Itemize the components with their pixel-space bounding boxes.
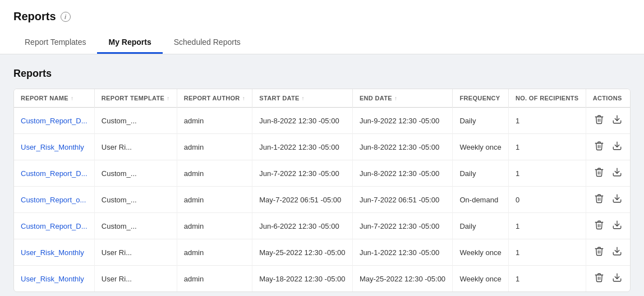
page-title: Reports (13, 10, 56, 23)
col-report-author[interactable]: REPORT AUTHOR ↑ (177, 89, 252, 108)
cell-report-author: admin (177, 213, 252, 239)
cell-start-date: May-25-2022 12:30 -05:00 (252, 239, 353, 266)
main-content: Reports REPORT NAME ↑ REPORT TEMPLATE ↑ (0, 54, 644, 296)
download-icon (612, 220, 622, 232)
report-name-link[interactable]: Custom_Report_D... (21, 169, 88, 178)
download-icon (612, 272, 622, 285)
download-button[interactable] (611, 219, 623, 233)
cell-end-date: May-25-2022 12:30 -05:00 (352, 266, 453, 292)
sort-icon-start-date: ↑ (302, 95, 305, 101)
cell-start-date: Jun-6-2022 12:30 -05:00 (252, 213, 353, 239)
cell-report-name: Custom_Report_D... (14, 213, 94, 239)
trash-icon (594, 272, 604, 285)
cell-report-template: Custom_... (94, 213, 177, 239)
table-row: Custom_Report_D... Custom_... admin Jun-… (14, 213, 630, 239)
cell-start-date: May-7-2022 06:51 -05:00 (252, 187, 353, 213)
cell-report-name: User_Risk_Monthly (14, 239, 94, 266)
download-icon (612, 141, 622, 153)
cell-start-date: Jun-8-2022 12:30 -05:00 (252, 108, 353, 134)
cell-report-template: User Ri... (94, 134, 177, 160)
cell-report-author: admin (177, 266, 252, 292)
cell-frequency: Daily (453, 160, 508, 187)
cell-start-date: May-18-2022 12:30 -05:00 (252, 266, 353, 292)
cell-end-date: Jun-9-2022 12:30 -05:00 (352, 108, 453, 134)
cell-end-date: Jun-7-2022 06:51 -05:00 (352, 187, 453, 213)
cell-frequency: Weekly once (453, 239, 508, 266)
cell-frequency: Weekly once (453, 134, 508, 160)
report-name-link[interactable]: User_Risk_Monthly (21, 248, 84, 257)
cell-frequency: Daily (453, 213, 508, 239)
delete-button[interactable] (593, 271, 605, 286)
cell-recipients: 1 (508, 213, 586, 239)
cell-recipients: 0 (508, 187, 586, 213)
cell-report-author: admin (177, 239, 252, 266)
cell-recipients: 1 (508, 108, 586, 134)
delete-button[interactable] (593, 219, 605, 233)
report-name-link[interactable]: User_Risk_Monthly (21, 143, 84, 151)
download-button[interactable] (611, 140, 623, 154)
tab-report-templates[interactable]: Report Templates (13, 32, 97, 54)
cell-end-date: Jun-8-2022 12:30 -05:00 (352, 160, 453, 187)
cell-report-name: Custom_Report_D... (14, 108, 94, 134)
cell-frequency: Daily (453, 108, 508, 134)
download-button[interactable] (611, 166, 623, 181)
col-start-date[interactable]: START DATE ↑ (252, 89, 353, 108)
cell-report-template: Custom_... (94, 108, 177, 134)
cell-actions (586, 108, 630, 134)
cell-actions (586, 213, 630, 239)
cell-end-date: Jun-1-2022 12:30 -05:00 (352, 239, 453, 266)
download-icon (612, 167, 622, 179)
cell-report-author: admin (177, 108, 252, 134)
table-row: User_Risk_Monthly User Ri... admin Jun-1… (14, 134, 630, 160)
cell-report-name: User_Risk_Monthly (14, 266, 94, 292)
download-button[interactable] (611, 245, 623, 260)
info-icon[interactable]: i (61, 12, 71, 22)
col-report-template[interactable]: REPORT TEMPLATE ↑ (94, 89, 177, 108)
cell-recipients: 1 (508, 239, 586, 266)
delete-button[interactable] (593, 140, 605, 154)
download-button[interactable] (611, 113, 623, 128)
tabs-nav: Report Templates My Reports Scheduled Re… (13, 32, 631, 54)
download-button[interactable] (611, 271, 623, 286)
delete-button[interactable] (593, 245, 605, 260)
report-name-link[interactable]: Custom_Report_D... (21, 117, 88, 125)
trash-icon (594, 246, 604, 258)
cell-report-author: admin (177, 160, 252, 187)
cell-report-template: Custom_... (94, 187, 177, 213)
sort-icon-end-date: ↑ (394, 95, 397, 101)
delete-button[interactable] (593, 113, 605, 128)
col-report-name[interactable]: REPORT NAME ↑ (14, 89, 94, 108)
table-row: Custom_Report_D... Custom_... admin Jun-… (14, 108, 630, 134)
cell-frequency: Weekly once (453, 266, 508, 292)
cell-report-name: Custom_Report_D... (14, 160, 94, 187)
cell-actions (586, 134, 630, 160)
report-name-link[interactable]: User_Risk_Monthly (21, 275, 84, 283)
reports-table-container: REPORT NAME ↑ REPORT TEMPLATE ↑ REPORT A… (13, 89, 631, 292)
trash-icon (594, 114, 604, 127)
tab-scheduled-reports[interactable]: Scheduled Reports (163, 32, 252, 54)
tab-my-reports[interactable]: My Reports (97, 32, 162, 54)
cell-actions (586, 239, 630, 266)
sort-icon-report-author: ↑ (242, 95, 245, 101)
page-header: Reports i Report Templates My Reports Sc… (0, 0, 644, 54)
cell-recipients: 1 (508, 134, 586, 160)
table-row: User_Risk_Monthly User Ri... admin May-2… (14, 239, 630, 266)
delete-button[interactable] (593, 166, 605, 181)
col-recipients: NO. OF RECIPIENTS (508, 89, 586, 108)
table-row: Custom_Report_o... Custom_... admin May-… (14, 187, 630, 213)
cell-recipients: 1 (508, 266, 586, 292)
cell-report-name: User_Risk_Monthly (14, 134, 94, 160)
table-row: User_Risk_Monthly User Ri... admin May-1… (14, 266, 630, 292)
report-name-link[interactable]: Custom_Report_o... (21, 196, 86, 204)
cell-report-template: User Ri... (94, 266, 177, 292)
download-button[interactable] (611, 192, 623, 207)
col-end-date[interactable]: END DATE ↑ (352, 89, 453, 108)
delete-button[interactable] (593, 192, 605, 207)
download-icon (612, 193, 622, 206)
col-frequency: FREQUENCY (453, 89, 508, 108)
cell-actions (586, 266, 630, 292)
sort-icon-report-name: ↑ (71, 95, 73, 101)
cell-actions (586, 187, 630, 213)
table-row: Custom_Report_D... Custom_... admin Jun-… (14, 160, 630, 187)
report-name-link[interactable]: Custom_Report_D... (21, 222, 88, 230)
